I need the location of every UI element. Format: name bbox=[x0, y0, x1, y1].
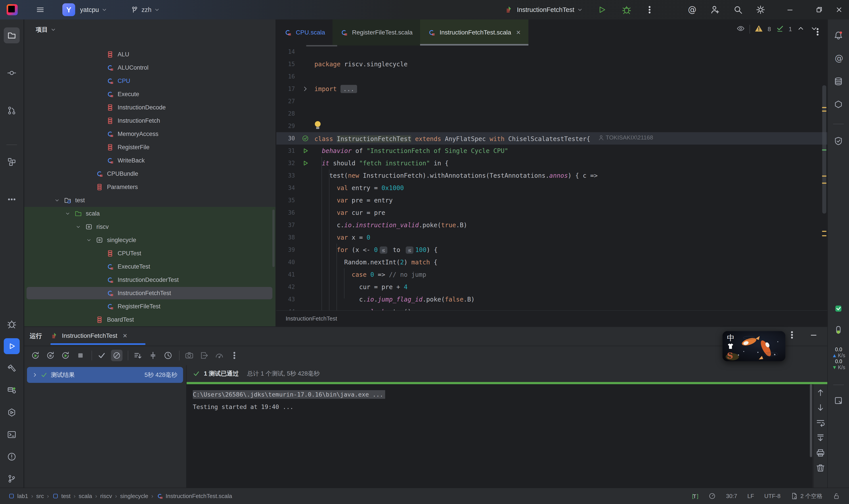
code-editor[interactable]: 1415package riscv.singlecycle1617import … bbox=[276, 46, 827, 310]
breadcrumb-test[interactable]: test bbox=[52, 492, 71, 500]
prev-problem-icon[interactable] bbox=[796, 24, 805, 35]
chevron-down-icon[interactable] bbox=[86, 237, 92, 243]
tree-item-MemoryAccess[interactable]: MemoryAccess bbox=[24, 127, 275, 141]
code-line-37[interactable]: 37 c.io.instruction_valid.poke(true.B) bbox=[276, 219, 827, 231]
tree-item-singlecycle[interactable]: singlecycle bbox=[24, 233, 275, 247]
notifications-icon[interactable] bbox=[830, 28, 846, 43]
breadcrumb-src[interactable]: src bbox=[36, 493, 44, 500]
code-line-41[interactable]: 41 case 0 => // no jump bbox=[276, 268, 827, 281]
console-scrollbar[interactable] bbox=[809, 384, 813, 488]
shield-check-icon[interactable] bbox=[830, 133, 846, 149]
translate-indicator[interactable]: [T] bbox=[691, 492, 698, 500]
project-widget[interactable]: Y yatcpu bbox=[62, 3, 108, 16]
caret-position[interactable]: 30:7 bbox=[726, 493, 737, 500]
stop-icon[interactable] bbox=[75, 350, 86, 361]
structure-icon[interactable] bbox=[4, 154, 20, 170]
breadcrumb[interactable]: InstructionFetchTest bbox=[286, 315, 337, 322]
editor-tab-CPU.scala[interactable]: CPU.scala bbox=[276, 19, 332, 46]
breadcrumb-InstructionFetchTest.scala[interactable]: InstructionFetchTest.scala bbox=[156, 492, 232, 500]
next-problem-icon[interactable] bbox=[810, 24, 818, 35]
show-passed-icon[interactable] bbox=[96, 350, 107, 361]
debug-icon[interactable] bbox=[4, 316, 20, 332]
breadcrumb-lab1[interactable]: lab1 bbox=[8, 492, 28, 500]
screen-capture-icon[interactable] bbox=[830, 393, 846, 409]
code-line-17[interactable]: 17import ... bbox=[276, 83, 827, 95]
trash-icon[interactable] bbox=[816, 463, 825, 473]
close-button[interactable] bbox=[829, 0, 849, 19]
tree-item-CPUTest[interactable]: CPUTest bbox=[24, 247, 275, 260]
rerun-icon[interactable] bbox=[30, 350, 41, 361]
test-passed-gutter-icon[interactable] bbox=[298, 134, 313, 142]
tree-item-CPU[interactable]: CPU bbox=[24, 74, 275, 88]
code-line-35[interactable]: 35 var pre = entry bbox=[276, 194, 827, 206]
ai-assistant-icon[interactable]: @ bbox=[687, 5, 697, 15]
snapshot-icon[interactable] bbox=[183, 350, 195, 361]
sbt-icon[interactable] bbox=[4, 404, 20, 420]
code-line-15[interactable]: 15package riscv.singlecycle bbox=[276, 58, 827, 70]
hide-panel-icon[interactable] bbox=[809, 330, 818, 340]
tree-item-InstructionFetchTest[interactable]: InstructionFetchTest bbox=[24, 287, 275, 300]
tree-item-riscv[interactable]: riscv bbox=[24, 220, 275, 233]
code-line-16[interactable]: 16 bbox=[276, 70, 827, 83]
editor-tab-RegisterFileTest.scala[interactable]: RegisterFileTest.scala bbox=[332, 19, 420, 46]
project-scrollbar[interactable] bbox=[272, 210, 275, 267]
more-options-icon[interactable] bbox=[787, 330, 797, 340]
show-ignored-icon[interactable] bbox=[111, 350, 123, 361]
code-line-43[interactable]: 43 c.io.jump_flag_id.poke(false.B) bbox=[276, 293, 827, 306]
tree-item-test[interactable]: test bbox=[24, 194, 275, 207]
encoding[interactable]: UTF-8 bbox=[764, 493, 781, 500]
tree-item-BoardTest[interactable]: BoardTest bbox=[24, 313, 275, 326]
code-line-28[interactable]: 28 bbox=[276, 107, 827, 120]
tree-item-ALUControl[interactable]: ALUControl bbox=[24, 61, 275, 74]
hexagon-icon[interactable] bbox=[830, 96, 846, 112]
intention-bulb-icon[interactable] bbox=[314, 121, 321, 129]
fold-icon[interactable] bbox=[298, 85, 313, 93]
run-test-gutter-icon[interactable] bbox=[298, 159, 313, 167]
minimize-button[interactable] bbox=[780, 0, 800, 19]
close-icon[interactable]: ✕ bbox=[516, 29, 521, 36]
console-output[interactable]: C:\Users\26586\.jdks\temurin-17.0.16\bin… bbox=[186, 384, 813, 488]
more-h-icon[interactable] bbox=[4, 192, 20, 208]
version-control-icon[interactable] bbox=[4, 471, 20, 487]
tree-item-CPUBundle[interactable]: CPUBundle bbox=[24, 167, 275, 180]
editor-tab-InstructionFetchTest.scala[interactable]: InstructionFetchTest.scala✕ bbox=[420, 19, 528, 46]
test-results-row[interactable]: 测试结果 5秒 428毫秒 bbox=[27, 367, 183, 383]
tree-item-Execute[interactable]: Execute bbox=[24, 88, 275, 101]
collapse-icon[interactable] bbox=[147, 350, 159, 361]
more-actions-icon[interactable] bbox=[645, 5, 654, 15]
run-icon[interactable] bbox=[4, 338, 20, 354]
scrollbar-thumb[interactable] bbox=[810, 384, 812, 457]
tree-item-InstructionFetch[interactable]: InstructionFetch bbox=[24, 114, 275, 127]
indent-config[interactable]: 2 个空格 bbox=[791, 492, 823, 500]
code-line-31[interactable]: 31 behavior of "InstructionFetch of Sing… bbox=[276, 145, 827, 157]
gauge-tool-icon[interactable] bbox=[214, 350, 225, 361]
rerun-auto-icon[interactable] bbox=[60, 350, 71, 361]
branch-widget[interactable]: zzh bbox=[130, 4, 160, 15]
code-line-44[interactable]: 44 c.clock.step() bbox=[276, 306, 827, 310]
editor-scrollbar[interactable] bbox=[821, 46, 827, 310]
code-line-30[interactable]: 30class InstructionFetchTest extends Any… bbox=[276, 132, 827, 145]
soft-wrap-icon[interactable] bbox=[816, 418, 825, 428]
tree-item-Parameters[interactable]: Parameters bbox=[24, 180, 275, 194]
code-line-32[interactable]: 32 it should "fetch instruction" in { bbox=[276, 157, 827, 169]
run-configuration[interactable]: InstructionFetchTest bbox=[505, 3, 583, 16]
ai-assistant-icon[interactable]: @ bbox=[830, 50, 846, 66]
code-line-34[interactable]: 34 val entry = 0x1000 bbox=[276, 182, 827, 194]
run-tab[interactable]: InstructionFetchTest ✕ bbox=[50, 327, 127, 345]
project-panel-header[interactable]: 项目 bbox=[24, 19, 275, 40]
pull-requests-icon[interactable] bbox=[4, 103, 20, 119]
run-button[interactable] bbox=[597, 5, 607, 15]
build-icon[interactable] bbox=[4, 360, 20, 376]
line-ending[interactable]: LF bbox=[747, 493, 754, 500]
code-line-14[interactable]: 14 bbox=[276, 46, 827, 58]
code-line-40[interactable]: 40 Random.nextInt(2) match { bbox=[276, 256, 827, 268]
more-v-icon[interactable] bbox=[229, 350, 240, 361]
close-icon[interactable]: ✕ bbox=[123, 332, 128, 339]
code-line-27[interactable]: 27 bbox=[276, 95, 827, 107]
inspection-widget[interactable]: 8 1 bbox=[736, 23, 818, 35]
tree-item-InstructionDecoderTest[interactable]: InstructionDecoderTest bbox=[24, 273, 275, 287]
settings-icon[interactable] bbox=[756, 5, 765, 15]
run-test-gutter-icon[interactable] bbox=[298, 147, 313, 155]
readonly-toggle[interactable] bbox=[833, 492, 840, 500]
battery-icon[interactable] bbox=[830, 322, 846, 338]
